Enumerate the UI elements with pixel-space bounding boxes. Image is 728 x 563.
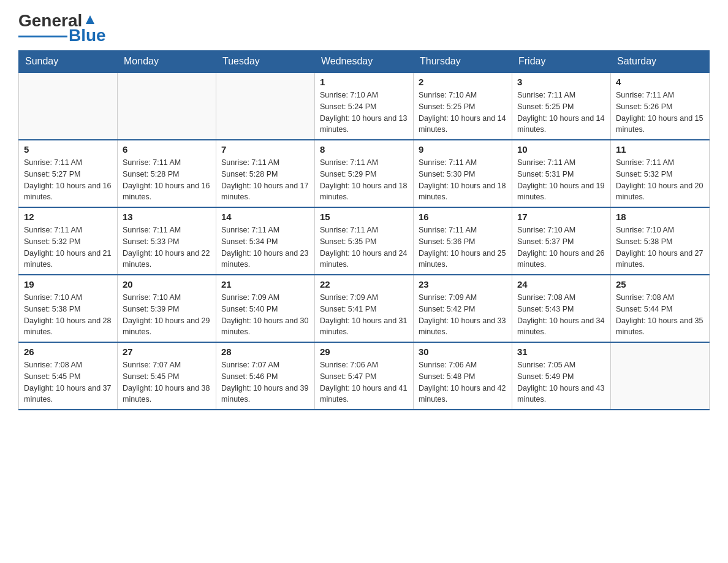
day-number: 5 bbox=[24, 144, 112, 155]
day-info: Sunrise: 7:11 AMSunset: 5:26 PMDaylight:… bbox=[616, 90, 704, 136]
day-number: 29 bbox=[320, 347, 408, 357]
day-info: Sunrise: 7:11 AMSunset: 5:28 PMDaylight:… bbox=[123, 157, 211, 203]
logo-text-blue: Blue bbox=[69, 27, 106, 44]
calendar-week-1: 1Sunrise: 7:10 AMSunset: 5:24 PMDaylight… bbox=[19, 72, 710, 140]
day-number: 7 bbox=[221, 144, 309, 155]
weekday-header-sunday: Sunday bbox=[19, 51, 118, 73]
day-info: Sunrise: 7:11 AMSunset: 5:35 PMDaylight:… bbox=[320, 224, 408, 270]
day-info: Sunrise: 7:05 AMSunset: 5:49 PMDaylight:… bbox=[517, 359, 605, 405]
calendar-cell: 8Sunrise: 7:11 AMSunset: 5:29 PMDaylight… bbox=[315, 140, 414, 207]
weekday-header-wednesday: Wednesday bbox=[315, 51, 414, 73]
day-number: 31 bbox=[517, 347, 605, 357]
day-number: 11 bbox=[616, 144, 704, 155]
day-info: Sunrise: 7:08 AMSunset: 5:44 PMDaylight:… bbox=[616, 292, 704, 338]
calendar-cell: 28Sunrise: 7:07 AMSunset: 5:46 PMDayligh… bbox=[216, 342, 315, 410]
calendar-cell: 1Sunrise: 7:10 AMSunset: 5:24 PMDaylight… bbox=[315, 72, 414, 140]
day-info: Sunrise: 7:08 AMSunset: 5:43 PMDaylight:… bbox=[517, 292, 605, 338]
day-number: 9 bbox=[419, 144, 507, 155]
day-number: 16 bbox=[419, 212, 507, 222]
day-info: Sunrise: 7:11 AMSunset: 5:31 PMDaylight:… bbox=[517, 157, 605, 203]
calendar-cell: 13Sunrise: 7:11 AMSunset: 5:33 PMDayligh… bbox=[118, 207, 216, 275]
calendar-header-row: SundayMondayTuesdayWednesdayThursdayFrid… bbox=[19, 51, 710, 73]
day-number: 19 bbox=[24, 279, 112, 289]
day-number: 13 bbox=[123, 212, 211, 222]
calendar-cell: 27Sunrise: 7:07 AMSunset: 5:45 PMDayligh… bbox=[118, 342, 216, 410]
day-info: Sunrise: 7:07 AMSunset: 5:45 PMDaylight:… bbox=[123, 359, 211, 405]
day-number: 26 bbox=[24, 347, 112, 357]
day-info: Sunrise: 7:11 AMSunset: 5:33 PMDaylight:… bbox=[123, 224, 211, 270]
day-number: 6 bbox=[123, 144, 211, 155]
calendar-cell: 4Sunrise: 7:11 AMSunset: 5:26 PMDaylight… bbox=[611, 72, 710, 140]
calendar-cell: 11Sunrise: 7:11 AMSunset: 5:32 PMDayligh… bbox=[611, 140, 710, 207]
calendar-cell bbox=[611, 342, 710, 410]
calendar-cell: 5Sunrise: 7:11 AMSunset: 5:27 PMDaylight… bbox=[19, 140, 118, 207]
day-info: Sunrise: 7:10 AMSunset: 5:39 PMDaylight:… bbox=[123, 292, 211, 338]
calendar-cell: 19Sunrise: 7:10 AMSunset: 5:38 PMDayligh… bbox=[19, 275, 118, 342]
day-number: 30 bbox=[419, 347, 507, 357]
day-info: Sunrise: 7:08 AMSunset: 5:45 PMDaylight:… bbox=[24, 359, 112, 405]
calendar-cell: 25Sunrise: 7:08 AMSunset: 5:44 PMDayligh… bbox=[611, 275, 710, 342]
calendar-cell: 12Sunrise: 7:11 AMSunset: 5:32 PMDayligh… bbox=[19, 207, 118, 275]
day-info: Sunrise: 7:09 AMSunset: 5:40 PMDaylight:… bbox=[221, 292, 309, 338]
logo: General Blue bbox=[18, 12, 106, 44]
calendar-cell: 29Sunrise: 7:06 AMSunset: 5:47 PMDayligh… bbox=[315, 342, 414, 410]
day-info: Sunrise: 7:11 AMSunset: 5:30 PMDaylight:… bbox=[419, 157, 507, 203]
day-info: Sunrise: 7:11 AMSunset: 5:29 PMDaylight:… bbox=[320, 157, 408, 203]
calendar-cell bbox=[216, 72, 315, 140]
calendar-week-4: 19Sunrise: 7:10 AMSunset: 5:38 PMDayligh… bbox=[19, 275, 710, 342]
day-info: Sunrise: 7:11 AMSunset: 5:28 PMDaylight:… bbox=[221, 157, 309, 203]
weekday-header-friday: Friday bbox=[512, 51, 611, 73]
calendar-cell: 3Sunrise: 7:11 AMSunset: 5:25 PMDaylight… bbox=[512, 72, 611, 140]
calendar-cell: 10Sunrise: 7:11 AMSunset: 5:31 PMDayligh… bbox=[512, 140, 611, 207]
calendar-cell: 6Sunrise: 7:11 AMSunset: 5:28 PMDaylight… bbox=[118, 140, 216, 207]
day-info: Sunrise: 7:10 AMSunset: 5:38 PMDaylight:… bbox=[24, 292, 112, 338]
day-number: 20 bbox=[123, 279, 211, 289]
calendar-cell: 31Sunrise: 7:05 AMSunset: 5:49 PMDayligh… bbox=[512, 342, 611, 410]
day-info: Sunrise: 7:10 AMSunset: 5:37 PMDaylight:… bbox=[517, 224, 605, 270]
day-info: Sunrise: 7:10 AMSunset: 5:25 PMDaylight:… bbox=[419, 90, 507, 136]
calendar-cell: 21Sunrise: 7:09 AMSunset: 5:40 PMDayligh… bbox=[216, 275, 315, 342]
calendar-cell: 24Sunrise: 7:08 AMSunset: 5:43 PMDayligh… bbox=[512, 275, 611, 342]
day-info: Sunrise: 7:09 AMSunset: 5:42 PMDaylight:… bbox=[419, 292, 507, 338]
calendar-cell: 7Sunrise: 7:11 AMSunset: 5:28 PMDaylight… bbox=[216, 140, 315, 207]
day-number: 2 bbox=[419, 77, 507, 87]
calendar-cell: 26Sunrise: 7:08 AMSunset: 5:45 PMDayligh… bbox=[19, 342, 118, 410]
calendar-cell: 2Sunrise: 7:10 AMSunset: 5:25 PMDaylight… bbox=[414, 72, 512, 140]
day-number: 12 bbox=[24, 212, 112, 222]
weekday-header-thursday: Thursday bbox=[414, 51, 512, 73]
weekday-header-monday: Monday bbox=[118, 51, 216, 73]
day-info: Sunrise: 7:07 AMSunset: 5:46 PMDaylight:… bbox=[221, 359, 309, 405]
day-number: 21 bbox=[221, 279, 309, 289]
day-number: 23 bbox=[419, 279, 507, 289]
calendar-cell: 14Sunrise: 7:11 AMSunset: 5:34 PMDayligh… bbox=[216, 207, 315, 275]
calendar-cell: 18Sunrise: 7:10 AMSunset: 5:38 PMDayligh… bbox=[611, 207, 710, 275]
day-number: 22 bbox=[320, 279, 408, 289]
day-number: 10 bbox=[517, 144, 605, 155]
day-number: 8 bbox=[320, 144, 408, 155]
weekday-header-tuesday: Tuesday bbox=[216, 51, 315, 73]
day-number: 28 bbox=[221, 347, 309, 357]
calendar-cell bbox=[19, 72, 118, 140]
day-info: Sunrise: 7:10 AMSunset: 5:38 PMDaylight:… bbox=[616, 224, 704, 270]
day-number: 18 bbox=[616, 212, 704, 222]
day-number: 25 bbox=[616, 279, 704, 289]
day-number: 27 bbox=[123, 347, 211, 357]
day-info: Sunrise: 7:10 AMSunset: 5:24 PMDaylight:… bbox=[320, 90, 408, 136]
calendar-cell: 23Sunrise: 7:09 AMSunset: 5:42 PMDayligh… bbox=[414, 275, 512, 342]
page-header: General Blue bbox=[18, 12, 710, 44]
logo-icon bbox=[83, 13, 97, 26]
day-number: 24 bbox=[517, 279, 605, 289]
day-info: Sunrise: 7:11 AMSunset: 5:25 PMDaylight:… bbox=[517, 90, 605, 136]
day-number: 15 bbox=[320, 212, 408, 222]
calendar-week-2: 5Sunrise: 7:11 AMSunset: 5:27 PMDaylight… bbox=[19, 140, 710, 207]
day-info: Sunrise: 7:11 AMSunset: 5:36 PMDaylight:… bbox=[419, 224, 507, 270]
calendar-cell: 30Sunrise: 7:06 AMSunset: 5:48 PMDayligh… bbox=[414, 342, 512, 410]
day-info: Sunrise: 7:09 AMSunset: 5:41 PMDaylight:… bbox=[320, 292, 408, 338]
calendar-week-5: 26Sunrise: 7:08 AMSunset: 5:45 PMDayligh… bbox=[19, 342, 710, 410]
day-info: Sunrise: 7:11 AMSunset: 5:32 PMDaylight:… bbox=[24, 224, 112, 270]
calendar-cell: 9Sunrise: 7:11 AMSunset: 5:30 PMDaylight… bbox=[414, 140, 512, 207]
day-number: 14 bbox=[221, 212, 309, 222]
calendar-cell: 17Sunrise: 7:10 AMSunset: 5:37 PMDayligh… bbox=[512, 207, 611, 275]
day-info: Sunrise: 7:11 AMSunset: 5:34 PMDaylight:… bbox=[221, 224, 309, 270]
weekday-header-saturday: Saturday bbox=[611, 51, 710, 73]
